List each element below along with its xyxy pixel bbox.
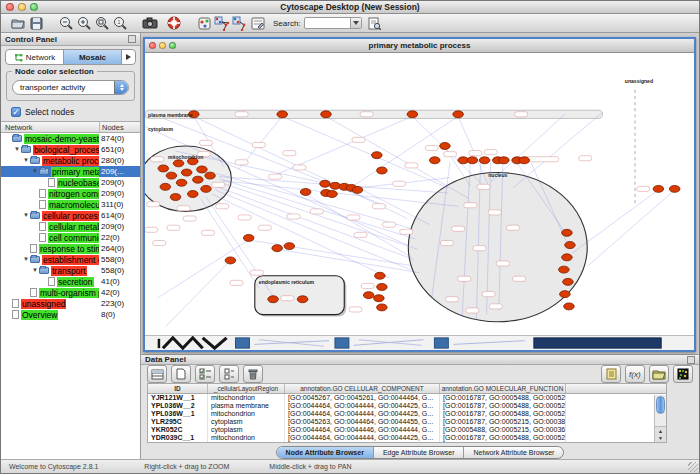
expand-arrow-icon[interactable]: ▼	[31, 166, 39, 177]
network-node[interactable]	[321, 111, 332, 118]
network-node[interactable]	[193, 176, 204, 183]
tab-mosaic[interactable]: Mosaic	[64, 50, 122, 64]
tab-network-attribute-browser[interactable]: Network Attribute Browser	[464, 447, 563, 458]
tree-row[interactable]: cellular metabo209(0)	[1, 221, 140, 232]
network-node[interactable]	[160, 183, 171, 190]
network-node[interactable]	[363, 292, 374, 299]
zoom-in-icon[interactable]	[75, 15, 93, 32]
network-node[interactable]	[377, 167, 388, 174]
table-scrollbar[interactable]: ▲▼	[654, 395, 666, 442]
tree-row[interactable]: ▼biological_process651(0)	[1, 144, 140, 155]
network-node[interactable]	[372, 152, 383, 159]
network-node[interactable]	[377, 284, 388, 291]
select-nodes-checkbox[interactable]: ✓	[11, 107, 21, 117]
network-node[interactable]	[565, 242, 576, 249]
network-node[interactable]	[158, 165, 169, 172]
network-node[interactable]	[170, 194, 181, 201]
column-header[interactable]: ID	[148, 384, 208, 393]
unselect-attributes-icon[interactable]	[219, 365, 239, 383]
network-node[interactable]	[297, 296, 308, 303]
tab-node-attribute-browser[interactable]: Node Attribute Browser	[277, 447, 374, 458]
network-node[interactable]	[268, 296, 279, 303]
table-row[interactable]: YPL036W__2plasma membrane[GO:0044464, GO…	[148, 402, 666, 410]
tree-row[interactable]: nucleobase-209(0)	[1, 177, 140, 188]
table-row[interactable]: YKR052Ccytoplasm[GO:0044464, GO:0044446,…	[148, 426, 666, 434]
network-node[interactable]	[327, 191, 338, 198]
network-node[interactable]	[201, 185, 212, 192]
network-node[interactable]	[467, 157, 478, 164]
tree-row[interactable]: ▼establishment of lo558(0)	[1, 254, 140, 265]
network-node[interactable]	[352, 186, 363, 193]
network-node[interactable]	[562, 254, 573, 261]
tree-row[interactable]: macromolecule311(0)	[1, 199, 140, 210]
zoom-fit-icon[interactable]: 1	[111, 15, 129, 32]
tree-row[interactable]: response to stimulu264(0)	[1, 243, 140, 254]
expand-arrow-icon[interactable]: ▼	[22, 210, 30, 221]
expand-arrow-icon[interactable]: ▼	[31, 265, 39, 276]
expand-arrow-icon[interactable]: ▼	[22, 254, 30, 265]
tab-overflow-button[interactable]	[122, 50, 135, 64]
attribute-table-icon[interactable]	[147, 365, 167, 383]
network-node[interactable]	[300, 188, 311, 195]
network-canvas[interactable]: plasma membranecytoplasmmitochondrionnuc…	[145, 53, 694, 335]
tree-row[interactable]: unassigned223(0)	[1, 298, 140, 309]
scrollbar-arrows[interactable]: ▲▼	[655, 426, 666, 442]
network-node[interactable]	[479, 157, 490, 164]
annotation-form-icon[interactable]	[249, 15, 267, 32]
network-node[interactable]	[562, 229, 573, 236]
network-node[interactable]	[272, 245, 283, 252]
network-node[interactable]	[559, 266, 570, 273]
network-node[interactable]	[429, 157, 440, 164]
tree-row[interactable]: ▼primary metabo209(...	[1, 166, 140, 177]
network-node[interactable]	[377, 304, 388, 311]
network-node[interactable]	[205, 172, 216, 179]
column-header[interactable]: annotation.GO CELLULAR_COMPONENT	[285, 384, 440, 393]
network-view-frame[interactable]: primary metabolic process plasma membran…	[143, 37, 696, 352]
network-node[interactable]	[374, 295, 385, 302]
select-attributes-icon[interactable]	[195, 365, 215, 383]
network-node[interactable]	[181, 169, 192, 176]
search-input-combo[interactable]	[304, 17, 362, 29]
table-row[interactable]: YJR121W__1mitochondrion[GO:0045267, GO:0…	[148, 394, 666, 402]
table-row[interactable]: YDR039C__1mitochondrion[GO:0044464, GO:0…	[148, 434, 666, 442]
save-icon[interactable]	[27, 15, 45, 32]
float-data-panel-icon[interactable]	[687, 356, 695, 364]
expand-arrow-icon[interactable]: ▼	[22, 155, 30, 166]
tree-row[interactable]: ▼transport558(0)	[1, 265, 140, 276]
expand-arrow-icon[interactable]: ▼	[13, 144, 21, 155]
tree-row[interactable]: secretion41(0)	[1, 276, 140, 287]
network-node[interactable]	[320, 180, 331, 187]
column-header[interactable]: _cellularLayoutRegion	[208, 384, 285, 393]
tree-row[interactable]: mosaic-demo-yeast874(0)	[1, 133, 140, 144]
delete-attribute-icon[interactable]	[243, 365, 263, 383]
network-node[interactable]	[453, 111, 464, 118]
help-ring-icon[interactable]	[165, 15, 183, 32]
network-node[interactable]	[560, 291, 571, 298]
open-folder-icon[interactable]	[9, 15, 27, 32]
tree-row[interactable]: Overview8(0)	[1, 309, 140, 320]
search-dropdown-arrow[interactable]	[350, 18, 361, 28]
network-node[interactable]	[173, 160, 184, 167]
table-row[interactable]: YLR295Ccytoplasm[GO:0045263, GO:0044464,…	[148, 418, 666, 426]
network-node[interactable]	[499, 157, 510, 164]
network-node[interactable]	[225, 257, 236, 264]
tab-network[interactable]: Network	[6, 50, 64, 64]
float-panel-icon[interactable]	[128, 35, 136, 43]
import-folder-icon[interactable]	[649, 365, 669, 383]
zoom-out-icon[interactable]	[57, 15, 75, 32]
network-node[interactable]	[243, 234, 254, 241]
tree-row[interactable]: ▼metabolic process280(0)	[1, 155, 140, 166]
network-overlay-a-icon[interactable]	[213, 15, 231, 32]
new-attribute-icon[interactable]	[171, 365, 191, 383]
network-node[interactable]	[564, 303, 575, 310]
network-node[interactable]	[284, 243, 295, 250]
network-overlay-b-icon[interactable]	[231, 15, 249, 32]
tree-row[interactable]: cell communicat22(0)	[1, 232, 140, 243]
function-builder-icon[interactable]: f(x)	[625, 365, 645, 383]
tree-row[interactable]: multi-organism pro42(0)	[1, 287, 140, 298]
network-node[interactable]	[176, 179, 187, 186]
node-color-dropdown[interactable]: transporter activity	[12, 80, 129, 95]
network-node[interactable]	[166, 172, 177, 179]
zoom-selected-icon[interactable]	[93, 15, 111, 32]
search-input[interactable]	[305, 18, 350, 28]
